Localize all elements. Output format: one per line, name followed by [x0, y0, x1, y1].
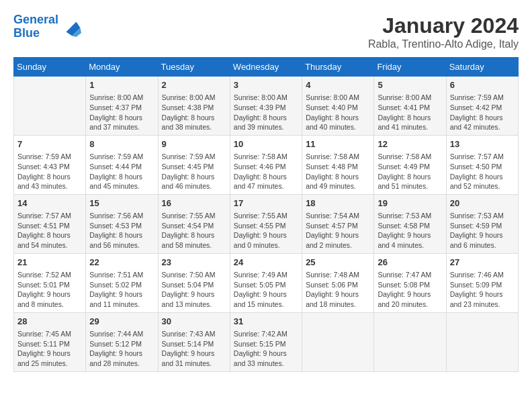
header-monday: Monday: [86, 58, 158, 77]
day-number: 1: [89, 79, 154, 91]
day-number: 16: [162, 197, 226, 210]
cell-info: Sunrise: 8:00 AMSunset: 4:39 PMDaylight:…: [234, 93, 298, 132]
day-number: 15: [89, 197, 154, 210]
day-number: 5: [378, 79, 442, 91]
cell-info: Sunrise: 7:49 AMSunset: 5:05 PMDaylight:…: [234, 270, 298, 310]
day-number: 6: [450, 79, 515, 91]
calendar-cell: 12Sunrise: 7:58 AMSunset: 4:49 PMDayligh…: [374, 135, 446, 194]
day-number: 7: [17, 138, 82, 150]
day-number: 19: [378, 197, 442, 210]
calendar-cell: [446, 312, 518, 371]
cell-info: Sunrise: 7:52 AMSunset: 5:01 PMDaylight:…: [17, 270, 82, 310]
day-number: 10: [234, 138, 298, 150]
day-number: 11: [306, 138, 370, 150]
day-number: 26: [378, 257, 442, 269]
calendar-cell: 9Sunrise: 7:59 AMSunset: 4:45 PMDaylight…: [158, 135, 230, 194]
calendar-cell: 30Sunrise: 7:43 AMSunset: 5:14 PMDayligh…: [158, 312, 230, 371]
cell-info: Sunrise: 7:53 AMSunset: 4:58 PMDaylight:…: [378, 211, 442, 250]
calendar-cell: 16Sunrise: 7:55 AMSunset: 4:54 PMDayligh…: [158, 194, 230, 253]
calendar-cell: 7Sunrise: 7:59 AMSunset: 4:43 PMDaylight…: [14, 135, 86, 194]
calendar-cell: [302, 312, 374, 371]
calendar-week-row: 1Sunrise: 8:00 AMSunset: 4:37 PMDaylight…: [14, 77, 519, 136]
day-number: 3: [234, 79, 298, 91]
cell-info: Sunrise: 8:00 AMSunset: 4:40 PMDaylight:…: [306, 93, 370, 132]
cell-info: Sunrise: 8:00 AMSunset: 4:41 PMDaylight:…: [378, 93, 442, 132]
page-header: General Blue January 2024 Rabla, Trentin…: [13, 13, 519, 50]
month-title: January 2024: [368, 13, 519, 38]
day-number: 23: [162, 257, 226, 269]
calendar-cell: 5Sunrise: 8:00 AMSunset: 4:41 PMDaylight…: [374, 77, 446, 136]
calendar-cell: 25Sunrise: 7:48 AMSunset: 5:06 PMDayligh…: [302, 253, 374, 312]
logo-line2: Blue: [13, 26, 40, 40]
day-number: 21: [17, 257, 82, 269]
cell-info: Sunrise: 7:59 AMSunset: 4:42 PMDaylight:…: [450, 93, 515, 132]
calendar-cell: 20Sunrise: 7:53 AMSunset: 4:59 PMDayligh…: [446, 194, 518, 253]
calendar-cell: 4Sunrise: 8:00 AMSunset: 4:40 PMDaylight…: [302, 77, 374, 136]
day-number: 25: [306, 257, 370, 269]
day-number: 28: [17, 316, 82, 328]
cell-info: Sunrise: 7:57 AMSunset: 4:51 PMDaylight:…: [17, 211, 82, 250]
calendar-cell: 15Sunrise: 7:56 AMSunset: 4:53 PMDayligh…: [86, 194, 158, 253]
cell-info: Sunrise: 7:59 AMSunset: 4:45 PMDaylight:…: [162, 152, 226, 191]
cell-info: Sunrise: 7:45 AMSunset: 5:11 PMDaylight:…: [17, 329, 82, 369]
cell-info: Sunrise: 7:48 AMSunset: 5:06 PMDaylight:…: [306, 270, 370, 310]
day-number: 12: [378, 138, 442, 150]
calendar-cell: 13Sunrise: 7:57 AMSunset: 4:50 PMDayligh…: [446, 135, 518, 194]
day-number: 9: [162, 138, 226, 150]
header-thursday: Thursday: [302, 58, 374, 77]
calendar-cell: 29Sunrise: 7:44 AMSunset: 5:12 PMDayligh…: [86, 312, 158, 371]
cell-info: Sunrise: 7:54 AMSunset: 4:57 PMDaylight:…: [306, 211, 370, 250]
logo-icon: [61, 17, 81, 37]
calendar-week-row: 28Sunrise: 7:45 AMSunset: 5:11 PMDayligh…: [14, 312, 519, 371]
cell-info: Sunrise: 7:53 AMSunset: 4:59 PMDaylight:…: [450, 211, 515, 250]
calendar-week-row: 7Sunrise: 7:59 AMSunset: 4:43 PMDaylight…: [14, 135, 519, 194]
logo-line1: General: [13, 13, 58, 26]
cell-info: Sunrise: 8:00 AMSunset: 4:38 PMDaylight:…: [162, 93, 226, 132]
day-number: 13: [450, 138, 515, 150]
cell-info: Sunrise: 7:47 AMSunset: 5:08 PMDaylight:…: [378, 270, 442, 310]
calendar-cell: 23Sunrise: 7:50 AMSunset: 5:04 PMDayligh…: [158, 253, 230, 312]
cell-info: Sunrise: 7:46 AMSunset: 5:09 PMDaylight:…: [450, 270, 515, 310]
cell-info: Sunrise: 7:57 AMSunset: 4:50 PMDaylight:…: [450, 152, 515, 191]
cell-info: Sunrise: 7:51 AMSunset: 5:02 PMDaylight:…: [89, 270, 154, 310]
header-saturday: Saturday: [446, 58, 518, 77]
calendar-header-row: SundayMondayTuesdayWednesdayThursdayFrid…: [14, 58, 519, 77]
cell-info: Sunrise: 7:50 AMSunset: 5:04 PMDaylight:…: [162, 270, 226, 310]
day-number: 30: [162, 316, 226, 328]
header-friday: Friday: [374, 58, 446, 77]
cell-info: Sunrise: 7:59 AMSunset: 4:43 PMDaylight:…: [17, 152, 82, 191]
day-number: 17: [234, 197, 298, 210]
calendar-cell: 24Sunrise: 7:49 AMSunset: 5:05 PMDayligh…: [230, 253, 302, 312]
day-number: 14: [17, 197, 82, 210]
day-number: 2: [162, 79, 226, 91]
cell-info: Sunrise: 7:58 AMSunset: 4:49 PMDaylight:…: [378, 152, 442, 191]
day-number: 27: [450, 257, 515, 269]
day-number: 18: [306, 197, 370, 210]
calendar-cell: 6Sunrise: 7:59 AMSunset: 4:42 PMDaylight…: [446, 77, 518, 136]
header-sunday: Sunday: [14, 58, 86, 77]
calendar-cell: 1Sunrise: 8:00 AMSunset: 4:37 PMDaylight…: [86, 77, 158, 136]
calendar-cell: 11Sunrise: 7:58 AMSunset: 4:48 PMDayligh…: [302, 135, 374, 194]
calendar-cell: 22Sunrise: 7:51 AMSunset: 5:02 PMDayligh…: [86, 253, 158, 312]
calendar-cell: 19Sunrise: 7:53 AMSunset: 4:58 PMDayligh…: [374, 194, 446, 253]
cell-info: Sunrise: 7:56 AMSunset: 4:53 PMDaylight:…: [89, 211, 154, 250]
cell-info: Sunrise: 8:00 AMSunset: 4:37 PMDaylight:…: [89, 93, 154, 132]
cell-info: Sunrise: 7:58 AMSunset: 4:46 PMDaylight:…: [234, 152, 298, 191]
calendar-cell: 18Sunrise: 7:54 AMSunset: 4:57 PMDayligh…: [302, 194, 374, 253]
logo-text: General Blue: [13, 13, 58, 40]
cell-info: Sunrise: 7:42 AMSunset: 5:15 PMDaylight:…: [234, 329, 298, 369]
calendar-cell: 17Sunrise: 7:55 AMSunset: 4:55 PMDayligh…: [230, 194, 302, 253]
cell-info: Sunrise: 7:43 AMSunset: 5:14 PMDaylight:…: [162, 329, 226, 369]
day-number: 29: [89, 316, 154, 328]
calendar-cell: 14Sunrise: 7:57 AMSunset: 4:51 PMDayligh…: [14, 194, 86, 253]
calendar-cell: 31Sunrise: 7:42 AMSunset: 5:15 PMDayligh…: [230, 312, 302, 371]
calendar-cell: [14, 77, 86, 136]
calendar-table: SundayMondayTuesdayWednesdayThursdayFrid…: [13, 57, 519, 372]
calendar-cell: 2Sunrise: 8:00 AMSunset: 4:38 PMDaylight…: [158, 77, 230, 136]
calendar-week-row: 14Sunrise: 7:57 AMSunset: 4:51 PMDayligh…: [14, 194, 519, 253]
day-number: 4: [306, 79, 370, 91]
cell-info: Sunrise: 7:58 AMSunset: 4:48 PMDaylight:…: [306, 152, 370, 191]
day-number: 20: [450, 197, 515, 210]
cell-info: Sunrise: 7:44 AMSunset: 5:12 PMDaylight:…: [89, 329, 154, 369]
calendar-cell: 10Sunrise: 7:58 AMSunset: 4:46 PMDayligh…: [230, 135, 302, 194]
